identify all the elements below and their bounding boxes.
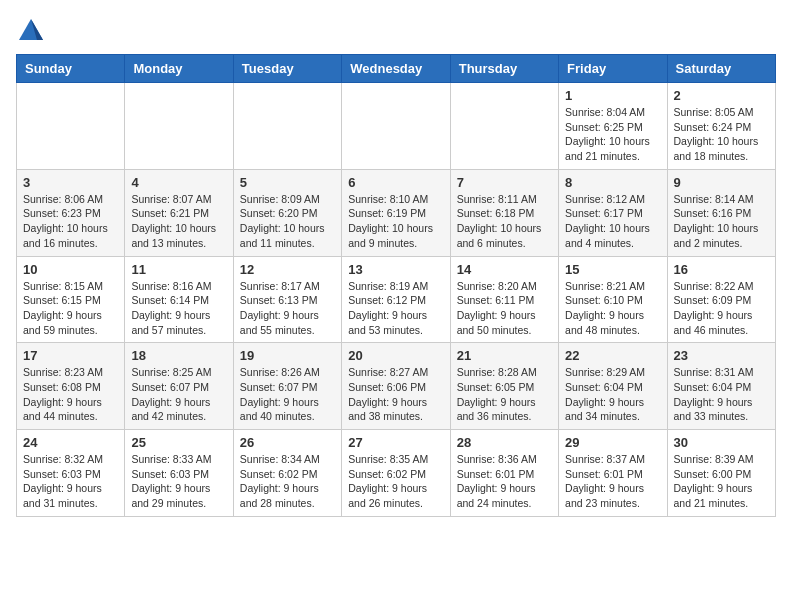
day-info: Sunrise: 8:27 AM Sunset: 6:06 PM Dayligh… <box>348 365 443 424</box>
calendar-cell <box>450 83 558 170</box>
day-info: Sunrise: 8:39 AM Sunset: 6:00 PM Dayligh… <box>674 452 769 511</box>
calendar-cell: 4Sunrise: 8:07 AM Sunset: 6:21 PM Daylig… <box>125 169 233 256</box>
calendar-cell: 10Sunrise: 8:15 AM Sunset: 6:15 PM Dayli… <box>17 256 125 343</box>
day-number: 4 <box>131 175 226 190</box>
day-info: Sunrise: 8:21 AM Sunset: 6:10 PM Dayligh… <box>565 279 660 338</box>
day-info: Sunrise: 8:05 AM Sunset: 6:24 PM Dayligh… <box>674 105 769 164</box>
day-number: 9 <box>674 175 769 190</box>
day-info: Sunrise: 8:06 AM Sunset: 6:23 PM Dayligh… <box>23 192 118 251</box>
day-info: Sunrise: 8:37 AM Sunset: 6:01 PM Dayligh… <box>565 452 660 511</box>
calendar-cell: 21Sunrise: 8:28 AM Sunset: 6:05 PM Dayli… <box>450 343 558 430</box>
calendar-cell: 26Sunrise: 8:34 AM Sunset: 6:02 PM Dayli… <box>233 430 341 517</box>
calendar-cell: 20Sunrise: 8:27 AM Sunset: 6:06 PM Dayli… <box>342 343 450 430</box>
day-info: Sunrise: 8:26 AM Sunset: 6:07 PM Dayligh… <box>240 365 335 424</box>
calendar-week-row: 24Sunrise: 8:32 AM Sunset: 6:03 PM Dayli… <box>17 430 776 517</box>
day-number: 15 <box>565 262 660 277</box>
day-number: 2 <box>674 88 769 103</box>
calendar-cell: 19Sunrise: 8:26 AM Sunset: 6:07 PM Dayli… <box>233 343 341 430</box>
calendar-cell <box>342 83 450 170</box>
day-number: 16 <box>674 262 769 277</box>
calendar-cell: 17Sunrise: 8:23 AM Sunset: 6:08 PM Dayli… <box>17 343 125 430</box>
calendar-cell: 29Sunrise: 8:37 AM Sunset: 6:01 PM Dayli… <box>559 430 667 517</box>
day-number: 18 <box>131 348 226 363</box>
day-info: Sunrise: 8:09 AM Sunset: 6:20 PM Dayligh… <box>240 192 335 251</box>
calendar-header-row: SundayMondayTuesdayWednesdayThursdayFrid… <box>17 55 776 83</box>
day-info: Sunrise: 8:10 AM Sunset: 6:19 PM Dayligh… <box>348 192 443 251</box>
day-info: Sunrise: 8:19 AM Sunset: 6:12 PM Dayligh… <box>348 279 443 338</box>
weekday-header: Thursday <box>450 55 558 83</box>
day-info: Sunrise: 8:14 AM Sunset: 6:16 PM Dayligh… <box>674 192 769 251</box>
day-number: 30 <box>674 435 769 450</box>
day-number: 25 <box>131 435 226 450</box>
day-number: 20 <box>348 348 443 363</box>
day-number: 22 <box>565 348 660 363</box>
calendar-cell: 30Sunrise: 8:39 AM Sunset: 6:00 PM Dayli… <box>667 430 775 517</box>
calendar-week-row: 17Sunrise: 8:23 AM Sunset: 6:08 PM Dayli… <box>17 343 776 430</box>
day-number: 24 <box>23 435 118 450</box>
day-info: Sunrise: 8:32 AM Sunset: 6:03 PM Dayligh… <box>23 452 118 511</box>
weekday-header: Sunday <box>17 55 125 83</box>
day-number: 12 <box>240 262 335 277</box>
logo-icon <box>16 16 46 46</box>
day-number: 26 <box>240 435 335 450</box>
day-info: Sunrise: 8:28 AM Sunset: 6:05 PM Dayligh… <box>457 365 552 424</box>
day-number: 27 <box>348 435 443 450</box>
weekday-header: Tuesday <box>233 55 341 83</box>
day-number: 10 <box>23 262 118 277</box>
calendar-cell: 27Sunrise: 8:35 AM Sunset: 6:02 PM Dayli… <box>342 430 450 517</box>
day-number: 3 <box>23 175 118 190</box>
day-number: 21 <box>457 348 552 363</box>
calendar-cell: 15Sunrise: 8:21 AM Sunset: 6:10 PM Dayli… <box>559 256 667 343</box>
day-info: Sunrise: 8:12 AM Sunset: 6:17 PM Dayligh… <box>565 192 660 251</box>
calendar-cell <box>233 83 341 170</box>
calendar-cell: 22Sunrise: 8:29 AM Sunset: 6:04 PM Dayli… <box>559 343 667 430</box>
day-info: Sunrise: 8:23 AM Sunset: 6:08 PM Dayligh… <box>23 365 118 424</box>
calendar-cell: 12Sunrise: 8:17 AM Sunset: 6:13 PM Dayli… <box>233 256 341 343</box>
logo <box>16 16 50 46</box>
day-number: 11 <box>131 262 226 277</box>
calendar-cell: 13Sunrise: 8:19 AM Sunset: 6:12 PM Dayli… <box>342 256 450 343</box>
calendar-cell: 25Sunrise: 8:33 AM Sunset: 6:03 PM Dayli… <box>125 430 233 517</box>
calendar-cell: 7Sunrise: 8:11 AM Sunset: 6:18 PM Daylig… <box>450 169 558 256</box>
calendar-cell: 24Sunrise: 8:32 AM Sunset: 6:03 PM Dayli… <box>17 430 125 517</box>
day-info: Sunrise: 8:04 AM Sunset: 6:25 PM Dayligh… <box>565 105 660 164</box>
day-number: 7 <box>457 175 552 190</box>
day-number: 29 <box>565 435 660 450</box>
day-info: Sunrise: 8:20 AM Sunset: 6:11 PM Dayligh… <box>457 279 552 338</box>
day-info: Sunrise: 8:34 AM Sunset: 6:02 PM Dayligh… <box>240 452 335 511</box>
day-number: 14 <box>457 262 552 277</box>
day-number: 8 <box>565 175 660 190</box>
day-info: Sunrise: 8:36 AM Sunset: 6:01 PM Dayligh… <box>457 452 552 511</box>
weekday-header: Wednesday <box>342 55 450 83</box>
day-info: Sunrise: 8:25 AM Sunset: 6:07 PM Dayligh… <box>131 365 226 424</box>
calendar-cell: 16Sunrise: 8:22 AM Sunset: 6:09 PM Dayli… <box>667 256 775 343</box>
day-number: 5 <box>240 175 335 190</box>
day-number: 19 <box>240 348 335 363</box>
day-number: 6 <box>348 175 443 190</box>
day-info: Sunrise: 8:33 AM Sunset: 6:03 PM Dayligh… <box>131 452 226 511</box>
day-number: 17 <box>23 348 118 363</box>
calendar-cell: 28Sunrise: 8:36 AM Sunset: 6:01 PM Dayli… <box>450 430 558 517</box>
calendar-week-row: 3Sunrise: 8:06 AM Sunset: 6:23 PM Daylig… <box>17 169 776 256</box>
day-info: Sunrise: 8:07 AM Sunset: 6:21 PM Dayligh… <box>131 192 226 251</box>
calendar-week-row: 10Sunrise: 8:15 AM Sunset: 6:15 PM Dayli… <box>17 256 776 343</box>
calendar-cell: 5Sunrise: 8:09 AM Sunset: 6:20 PM Daylig… <box>233 169 341 256</box>
calendar-cell: 23Sunrise: 8:31 AM Sunset: 6:04 PM Dayli… <box>667 343 775 430</box>
calendar-cell: 9Sunrise: 8:14 AM Sunset: 6:16 PM Daylig… <box>667 169 775 256</box>
day-info: Sunrise: 8:29 AM Sunset: 6:04 PM Dayligh… <box>565 365 660 424</box>
day-number: 1 <box>565 88 660 103</box>
day-info: Sunrise: 8:31 AM Sunset: 6:04 PM Dayligh… <box>674 365 769 424</box>
calendar-cell: 8Sunrise: 8:12 AM Sunset: 6:17 PM Daylig… <box>559 169 667 256</box>
calendar-cell: 18Sunrise: 8:25 AM Sunset: 6:07 PM Dayli… <box>125 343 233 430</box>
weekday-header: Friday <box>559 55 667 83</box>
calendar-cell: 11Sunrise: 8:16 AM Sunset: 6:14 PM Dayli… <box>125 256 233 343</box>
day-info: Sunrise: 8:22 AM Sunset: 6:09 PM Dayligh… <box>674 279 769 338</box>
day-number: 28 <box>457 435 552 450</box>
calendar-cell: 1Sunrise: 8:04 AM Sunset: 6:25 PM Daylig… <box>559 83 667 170</box>
calendar-cell: 14Sunrise: 8:20 AM Sunset: 6:11 PM Dayli… <box>450 256 558 343</box>
day-info: Sunrise: 8:11 AM Sunset: 6:18 PM Dayligh… <box>457 192 552 251</box>
day-number: 13 <box>348 262 443 277</box>
calendar-cell: 3Sunrise: 8:06 AM Sunset: 6:23 PM Daylig… <box>17 169 125 256</box>
calendar-week-row: 1Sunrise: 8:04 AM Sunset: 6:25 PM Daylig… <box>17 83 776 170</box>
calendar-table: SundayMondayTuesdayWednesdayThursdayFrid… <box>16 54 776 517</box>
